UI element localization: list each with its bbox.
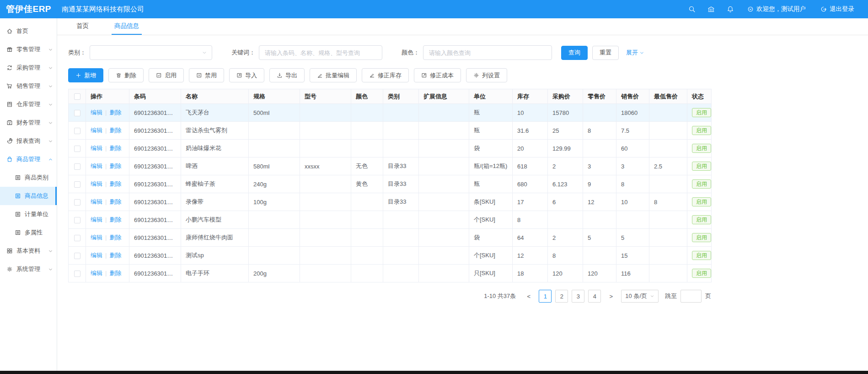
toolbar-button-2[interactable]: 启用 [149, 68, 184, 82]
edit-link[interactable]: 编辑 [91, 109, 102, 116]
category-label: 类别： [68, 49, 86, 57]
delete-link[interactable]: 删除 [109, 145, 121, 152]
toolbar-button-4[interactable]: 导入 [229, 68, 264, 82]
product-table: 操作条码名称规格型号颜色类别扩展信息单位库存采购价零售价销售价最低售价状态编辑|… [68, 89, 857, 282]
row-checkbox[interactable] [74, 235, 80, 241]
page-button-2[interactable]: 2 [555, 290, 568, 303]
tab-1[interactable]: 商品信息 [112, 18, 142, 35]
cell-ext [419, 175, 469, 193]
row-checkbox[interactable] [74, 110, 80, 116]
search-button[interactable]: 查询 [561, 46, 588, 60]
bank-button[interactable] [703, 0, 719, 18]
select-all-checkbox[interactable] [74, 93, 80, 100]
plus-icon [75, 72, 81, 78]
delete-link[interactable]: 删除 [109, 109, 121, 116]
sidebar-item-label: 零售管理 [16, 45, 48, 54]
toolbar-button-3[interactable]: 禁用 [189, 68, 224, 82]
toolbar-button-6[interactable]: 批量编辑 [310, 68, 357, 82]
edit-link[interactable]: 编辑 [91, 270, 102, 276]
welcome-user[interactable]: 欢迎您，测试用户 [742, 0, 811, 18]
row-checkbox[interactable] [74, 271, 80, 277]
sidebar-subitem-0[interactable]: 商品类别 [0, 168, 57, 187]
sidebar-subitem-1[interactable]: 商品信息 [0, 187, 57, 205]
delete-link[interactable]: 删除 [109, 270, 121, 276]
goto-page-input[interactable] [680, 290, 702, 303]
toolbar-button-8[interactable]: 修正成本 [414, 68, 461, 82]
cell-color: 黄色 [351, 175, 383, 193]
tab-0[interactable]: 首页 [74, 18, 91, 35]
sidebar-item-6[interactable]: 报表查询 [0, 132, 57, 150]
cell-model [300, 211, 351, 229]
bell-button[interactable] [723, 0, 738, 18]
row-checkbox[interactable] [74, 217, 80, 223]
delete-link[interactable]: 删除 [109, 234, 121, 241]
cell-min [649, 229, 687, 247]
grid-icon [6, 248, 13, 254]
search-button[interactable] [684, 0, 700, 18]
row-checkbox[interactable] [74, 199, 80, 206]
category-select[interactable] [90, 45, 212, 60]
row-checkbox[interactable] [74, 146, 80, 152]
row-checkbox[interactable] [74, 128, 80, 134]
edit-link[interactable]: 编辑 [91, 127, 102, 134]
edit-link[interactable]: 编辑 [91, 252, 102, 259]
keyword-input[interactable] [259, 45, 382, 60]
row-checkbox[interactable] [74, 253, 80, 259]
cell-ext [419, 265, 469, 282]
chevron-up-icon [48, 157, 53, 162]
cell-stock: 10 [513, 104, 548, 122]
sidebar-subitem-2[interactable]: 计量单位 [0, 205, 57, 223]
toolbar-button-7[interactable]: 修正库存 [362, 68, 409, 82]
cell-purchase: 6.123 [548, 175, 583, 193]
sidebar-item-2[interactable]: 采购管理 [0, 59, 57, 77]
delete-link[interactable]: 删除 [109, 163, 121, 169]
logout-button[interactable]: 退出登录 [815, 0, 860, 18]
prev-page-button[interactable]: < [522, 290, 535, 303]
sidebar-item-1[interactable]: 零售管理 [0, 40, 57, 59]
sidebar-item-0[interactable]: 首页 [0, 22, 57, 40]
cell-retail: 3 [583, 157, 616, 175]
sidebar-item-3[interactable]: 销售管理 [0, 77, 57, 95]
sidebar-item-7[interactable]: 商品管理 [0, 150, 57, 168]
row-checkbox[interactable] [74, 163, 80, 170]
color-input[interactable] [423, 45, 552, 60]
cell-purchase: 25 [548, 122, 583, 140]
edit-link[interactable]: 编辑 [91, 145, 102, 152]
toolbar-button-9[interactable]: 列设置 [466, 68, 507, 82]
sidebar-item-9[interactable]: 系统管理 [0, 260, 57, 278]
row-checkbox[interactable] [74, 181, 80, 188]
page-button-4[interactable]: 4 [588, 290, 601, 303]
sidebar-item-8[interactable]: 基本资料 [0, 242, 57, 260]
next-page-button[interactable]: > [605, 290, 617, 303]
edit-link[interactable]: 编辑 [91, 216, 102, 223]
edit-link[interactable]: 编辑 [91, 163, 102, 169]
expand-filters-link[interactable]: 展开 [626, 49, 644, 57]
delete-link[interactable]: 删除 [109, 198, 121, 205]
delete-link[interactable]: 删除 [109, 252, 121, 259]
cell-retail: 120 [583, 265, 616, 282]
cell-color: 无色 [351, 157, 383, 175]
delete-link[interactable]: 删除 [109, 180, 121, 187]
page-button-3[interactable]: 3 [572, 290, 584, 303]
sidebar-item-5[interactable]: 财务管理 [0, 114, 57, 132]
cell-spec: 580ml [249, 157, 300, 175]
reset-button[interactable]: 重置 [592, 46, 619, 60]
toolbar-button-0[interactable]: 新增 [68, 68, 103, 82]
toolbar-button-1[interactable]: 删除 [108, 68, 144, 82]
edit-link[interactable]: 编辑 [91, 198, 102, 205]
toolbar-button-label: 修正成本 [430, 71, 454, 80]
sidebar-subitem-3[interactable]: 多属性 [0, 223, 57, 242]
page-size-select[interactable]: 10 条/页 [621, 290, 659, 303]
table-toolbar: 新增删除启用禁用导入导出批量编辑修正库存修正成本列设置 [68, 68, 857, 82]
toolbar-button-5[interactable]: 导出 [269, 68, 305, 82]
delete-link[interactable]: 删除 [109, 216, 121, 223]
cell-min [649, 265, 687, 282]
page-size-value: 10 条/页 [625, 292, 647, 300]
sidebar-item-label: 商品管理 [16, 155, 48, 163]
edit-link[interactable]: 编辑 [91, 180, 102, 187]
cell-unit: 瓶 [469, 122, 513, 140]
sidebar-item-4[interactable]: 仓库管理 [0, 95, 57, 114]
edit-link[interactable]: 编辑 [91, 234, 102, 241]
delete-link[interactable]: 删除 [109, 127, 121, 134]
page-button-1[interactable]: 1 [539, 290, 552, 303]
